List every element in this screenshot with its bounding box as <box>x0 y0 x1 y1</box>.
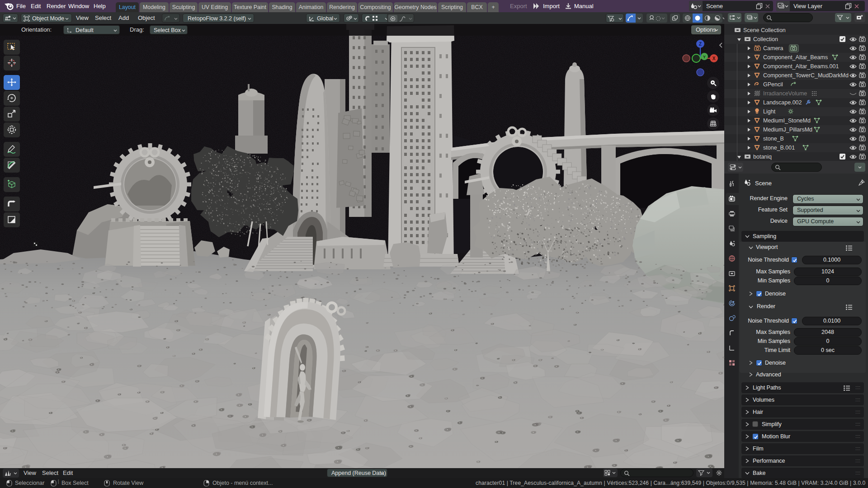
svg-text:Y: Y <box>703 55 706 59</box>
svg-text:X: X <box>712 56 716 61</box>
svg-text:Z: Z <box>699 42 702 47</box>
